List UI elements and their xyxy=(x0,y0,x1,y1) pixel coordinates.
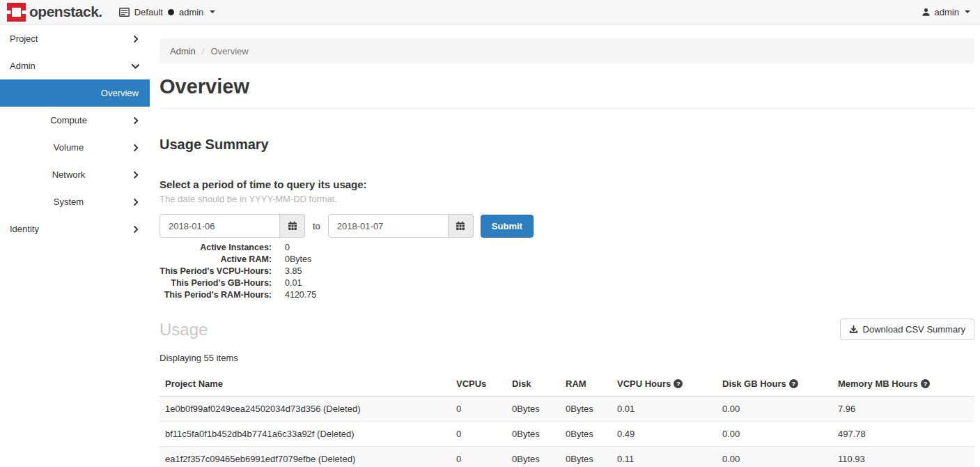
breadcrumb-admin-link[interactable]: Admin xyxy=(170,46,196,56)
usage-table-title: Usage xyxy=(160,320,208,339)
download-icon xyxy=(849,325,858,334)
chevron-down-icon xyxy=(131,61,140,70)
stat-active-ram: Active RAM: 0Bytes xyxy=(160,254,974,266)
context-separator-dot-icon xyxy=(168,9,174,15)
openstack-logo-icon xyxy=(7,3,26,22)
sidebar-item-system[interactable]: System xyxy=(0,188,150,215)
cell-vcpus: 0 xyxy=(451,422,506,447)
caret-down-icon xyxy=(210,10,215,13)
date-from-input[interactable] xyxy=(160,214,280,238)
cell-project-name: bf11c5fa0f1b452db4b7741a6c33a92f (Delete… xyxy=(160,422,451,447)
chevron-right-icon xyxy=(132,35,140,43)
page-title: Overview xyxy=(160,75,974,109)
user-name-label: admin xyxy=(935,7,959,17)
cell-disk: 0Bytes xyxy=(506,422,560,447)
submit-button[interactable]: Submit xyxy=(481,215,534,238)
cell-vcpu-hours: 0.49 xyxy=(612,422,717,447)
cell-project-name: ea1f2f357c09465eb6991edf7079efbe (Delete… xyxy=(160,447,451,467)
date-range-to-label: to xyxy=(313,221,320,231)
breadcrumb: Admin / Overview xyxy=(160,38,974,63)
cell-vcpus: 0 xyxy=(451,397,506,422)
sidebar-item-overview[interactable]: Overview xyxy=(0,79,150,107)
column-project-name[interactable]: Project Name xyxy=(160,372,451,397)
stat-value: 0.01 xyxy=(285,277,302,289)
stat-value: 0 xyxy=(285,242,290,254)
sidebar-item-volume[interactable]: Volume xyxy=(0,134,150,161)
openstack-brand[interactable]: openstack. xyxy=(0,3,102,22)
sidebar-item-compute[interactable]: Compute xyxy=(0,107,150,134)
help-icon[interactable]: ? xyxy=(789,379,798,388)
column-memory-mb-hours[interactable]: Memory MB Hours? xyxy=(832,372,974,397)
help-icon[interactable]: ? xyxy=(921,379,930,388)
date-to-group xyxy=(328,214,474,238)
breadcrumb-separator: / xyxy=(202,46,205,56)
download-csv-button[interactable]: Download CSV Summary xyxy=(840,319,974,340)
sidebar-item-label: Network xyxy=(10,169,140,180)
column-ram[interactable]: RAM xyxy=(560,372,612,397)
column-label: Memory MB Hours xyxy=(838,378,918,389)
stat-label: This Period's GB-Hours: xyxy=(160,277,272,289)
date-to-input[interactable] xyxy=(328,214,449,238)
column-vcpus[interactable]: VCPUs xyxy=(451,372,506,397)
cell-ram: 0Bytes xyxy=(560,447,612,467)
sidebar-item-label: Admin xyxy=(10,61,36,71)
column-disk[interactable]: Disk xyxy=(506,372,560,397)
sidebar-item-network[interactable]: Network xyxy=(0,161,150,188)
table-row: ea1f2f357c09465eb6991edf7079efbe (Delete… xyxy=(160,447,974,467)
sidebar-item-admin[interactable]: Admin xyxy=(0,52,150,79)
usage-table-header: Usage Download CSV Summary xyxy=(160,319,974,340)
cell-memory-mb-hours: 110.93 xyxy=(832,447,974,467)
calendar-icon xyxy=(288,221,297,231)
cell-disk: 0Bytes xyxy=(506,397,560,422)
date-from-calendar-addon[interactable] xyxy=(280,214,305,238)
usage-summary-title: Usage Summary xyxy=(160,137,974,153)
top-navbar: openstack. Default admin admin xyxy=(0,0,980,24)
stat-label: Active RAM: xyxy=(160,254,272,266)
table-row: 1e0b0f99af0249cea24502034d73d356 (Delete… xyxy=(160,397,974,422)
sidebar-item-label: Volume xyxy=(10,142,140,153)
context-switcher-dropdown[interactable]: Default admin xyxy=(119,7,216,17)
stat-vcpu-hours: This Period's VCPU-Hours: 3.85 xyxy=(160,266,974,277)
table-row: bf11c5fa0f1b452db4b7741a6c33a92f (Delete… xyxy=(160,422,974,447)
query-period-prompt: Select a period of time to query its usa… xyxy=(160,178,974,190)
cell-ram: 0Bytes xyxy=(560,397,612,422)
stat-value: 4120.75 xyxy=(285,289,316,301)
breadcrumb-current: Overview xyxy=(210,46,248,56)
main-content: Admin / Overview Overview Usage Summary … xyxy=(160,24,974,467)
column-label: VCPU Hours xyxy=(617,378,671,389)
column-vcpu-hours[interactable]: VCPU Hours? xyxy=(612,372,717,397)
column-disk-gb-hours[interactable]: Disk GB Hours? xyxy=(717,372,832,397)
help-icon[interactable]: ? xyxy=(674,379,683,388)
sidebar-item-label: Identity xyxy=(10,224,39,234)
chevron-right-icon xyxy=(132,171,140,179)
date-to-calendar-addon[interactable] xyxy=(449,214,474,238)
sidebar-item-identity[interactable]: Identity xyxy=(0,215,150,243)
stat-active-instances: Active Instances: 0 xyxy=(160,242,974,254)
column-label: Disk GB Hours xyxy=(722,378,786,389)
cell-memory-mb-hours: 7.96 xyxy=(832,397,974,422)
cell-project-name: 1e0b0f99af0249cea24502034d73d356 (Delete… xyxy=(160,397,451,422)
sidebar-nav: Project Admin Overview Compute Volume Ne… xyxy=(0,25,150,243)
context-project-label: admin xyxy=(179,7,203,17)
sidebar-item-project[interactable]: Project xyxy=(0,25,150,52)
cell-disk-gb-hours: 0.00 xyxy=(717,397,832,422)
stat-value: 0Bytes xyxy=(285,254,311,266)
cell-vcpu-hours: 0.11 xyxy=(612,447,717,467)
sidebar-item-label: Compute xyxy=(10,115,140,125)
stat-ram-hours: This Period's RAM-Hours: 4120.75 xyxy=(160,289,974,301)
calendar-icon xyxy=(456,221,465,231)
chevron-right-icon xyxy=(132,144,140,152)
chevron-right-icon xyxy=(132,225,140,234)
chevron-right-icon xyxy=(132,198,140,206)
cell-disk-gb-hours: 0.00 xyxy=(717,447,832,467)
cell-disk-gb-hours: 0.00 xyxy=(717,422,832,447)
domain-icon xyxy=(119,8,130,17)
sidebar-item-label: System xyxy=(10,197,140,207)
stat-gb-hours: This Period's GB-Hours: 0.01 xyxy=(160,277,974,289)
cell-vcpus: 0 xyxy=(451,447,506,467)
usage-date-form: to Submit xyxy=(160,214,974,238)
sidebar-item-label: Overview xyxy=(101,88,139,98)
stat-label: Active Instances: xyxy=(160,242,272,254)
user-menu-dropdown[interactable]: admin xyxy=(921,7,970,17)
stat-label: This Period's VCPU-Hours: xyxy=(160,266,272,277)
